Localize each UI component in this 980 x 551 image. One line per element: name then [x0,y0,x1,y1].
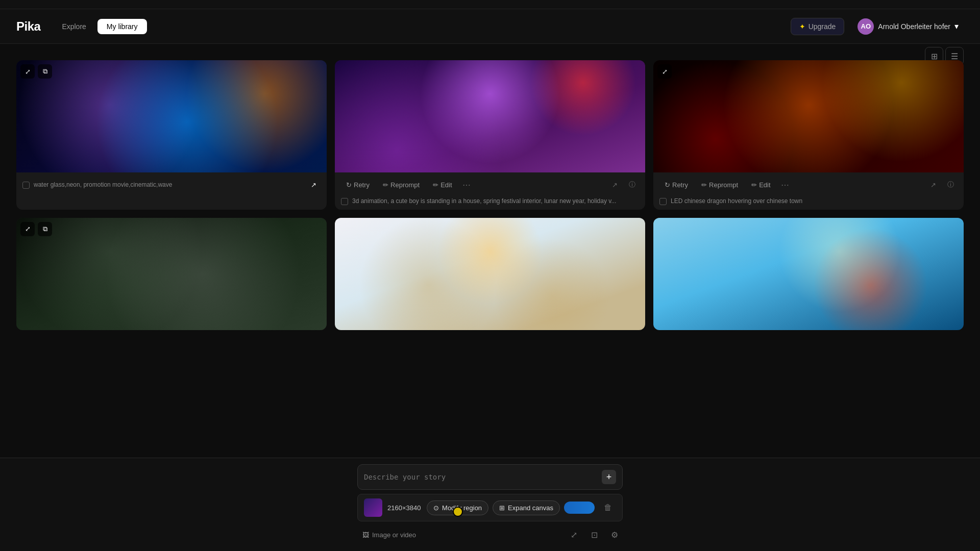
crop-tool-button[interactable]: ⊡ [586,527,602,543]
header-right: ✦ Upgrade AO Arnold Oberleiter hofer ▾ [791,15,964,38]
modify-region-icon: ⊙ [433,504,439,512]
video-card-3: ⤢ ↻ Retry ✏ Reprompt ✏ Edit ⋯ ↗ ⓘ [653,60,964,210]
app-logo: Pika [16,19,40,34]
video-thumbnail-6 [653,218,964,330]
retry-button-3[interactable]: ↻ Retry [659,179,693,191]
blue-pill-indicator [564,502,595,514]
cursor-indicator [453,507,463,517]
card-description-3: LED chinese dragon hovering over chinese… [653,197,964,210]
video-card-6 [653,218,964,330]
left-tools: 🖼 Image or video [357,529,421,541]
card-actions-3: ↻ Retry ✏ Reprompt ✏ Edit ⋯ ↗ ⓘ [653,172,964,197]
share-button-2[interactable]: ↗ [607,178,622,192]
retry-label-3: Retry [672,181,688,189]
main-content: ⤢ ⧉ water glass,neon, promotion movie,ci… [0,44,980,330]
card-description-simple: water glass,neon, promotion movie,cinema… [22,181,172,189]
header-left: Pika Explore My library [16,19,147,34]
bottom-tools: 🖼 Image or video ⤢ ⊡ ⚙ [357,527,623,543]
edit-button-2[interactable]: ✏ Edit [428,179,457,191]
info-button-3[interactable]: ⓘ [943,178,958,192]
more-button-2[interactable]: ⋯ [460,179,473,191]
thumbnail-decoration-5 [335,218,645,330]
reprompt-button-3[interactable]: ✏ Reprompt [696,179,743,191]
image-or-video-button[interactable]: 🖼 Image or video [357,529,421,541]
star-icon: ✦ [799,22,805,31]
prompt-area: + 2160×3840 ⊙ Modify region ⊞ Expand can… [357,464,623,543]
share-button-1[interactable]: ↗ [306,178,321,192]
user-name: Arnold Oberleiter hofer [878,22,950,31]
video-thumbnail-1 [16,60,327,172]
image-attachment: 2160×3840 ⊙ Modify region ⊞ Expand canva… [357,494,623,521]
prompt-input-row: + [357,464,623,490]
upgrade-button[interactable]: ✦ Upgrade [791,18,845,35]
expand-overlay-button[interactable]: ⤢ [20,64,35,79]
video-thumbnail-3 [653,60,964,172]
expand-canvas-button[interactable]: ⊞ Expand canvas [493,500,560,515]
video-card-5 [335,218,645,330]
attachment-actions: ⊙ Modify region ⊞ Expand canvas [427,500,595,515]
expand-canvas-label: Expand canvas [508,504,553,512]
retry-icon: ↻ [346,181,352,189]
right-tools: ⤢ ⊡ ⚙ [566,527,623,543]
settings-tool-button[interactable]: ⚙ [606,527,623,543]
explore-tab[interactable]: Explore [53,19,95,34]
retry-button-2[interactable]: ↻ Retry [341,179,375,191]
avatar: AO [857,18,874,35]
modify-region-button[interactable]: ⊙ Modify region [427,500,488,515]
expand-tool-button[interactable]: ⤢ [566,527,582,543]
thumbnail-decoration-3 [653,60,964,172]
topbar [0,0,980,9]
video-card: ⤢ ⧉ water glass,neon, promotion movie,ci… [16,60,327,210]
image-or-video-label: Image or video [372,531,416,539]
add-button[interactable]: + [602,470,616,484]
edit-icon: ✏ [433,181,438,189]
upgrade-label: Upgrade [808,22,836,31]
user-menu[interactable]: AO Arnold Oberleiter hofer ▾ [852,15,964,38]
card-expand-icon-3: ⤢ [657,64,672,79]
prompt-input[interactable] [364,473,598,481]
delete-attachment-button[interactable]: 🗑 [600,499,616,516]
expand-canvas-icon: ⊞ [499,504,505,512]
video-card-4: ⤢ ⧉ [16,218,327,330]
bottom-bar: + 2160×3840 ⊙ Modify region ⊞ Expand can… [0,458,980,551]
info-button-2[interactable]: ⓘ [625,178,639,192]
expand-overlay-button-4[interactable]: ⤢ [20,222,35,236]
thumbnail-decoration [16,60,327,172]
edit-label: Edit [440,181,452,189]
copy-overlay-button[interactable]: ⧉ [38,64,52,79]
thumbnail-decoration-6 [653,218,964,330]
video-thumbnail-4 [16,218,327,330]
reprompt-label-3: Reprompt [709,181,738,189]
video-grid: ⤢ ⧉ water glass,neon, promotion movie,ci… [16,60,964,330]
video-thumbnail-2 [335,60,645,172]
card-overlay-4: ⤢ ⧉ [20,222,52,236]
video-description-1: water glass,neon, promotion movie,cinema… [34,181,172,189]
more-button-3[interactable]: ⋯ [779,179,791,191]
reprompt-icon: ✏ [383,181,388,189]
reprompt-label: Reprompt [390,181,420,189]
desc-icon [22,182,30,189]
edit-icon-3: ✏ [751,181,757,189]
video-thumbnail-5 [335,218,645,330]
card-actions-2: ↻ Retry ✏ Reprompt ✏ Edit ⋯ ↗ ⓘ [335,172,645,197]
share-button-3[interactable]: ↗ [926,178,940,192]
video-description-text-3: LED chinese dragon hovering over chinese… [671,197,802,206]
copy-overlay-button-4[interactable]: ⧉ [38,222,52,236]
card-description-2: 3d animation, a cute boy is standing in … [335,197,645,210]
thumbnail-decoration-2 [335,60,645,172]
thumbnail-decoration-4 [16,218,327,330]
video-card-2: ↻ Retry ✏ Reprompt ✏ Edit ⋯ ↗ ⓘ 3d anima… [335,60,645,210]
edit-label-3: Edit [759,181,770,189]
attachment-size: 2160×3840 [387,504,421,512]
desc-icon-2 [341,198,348,205]
reprompt-button-2[interactable]: ✏ Reprompt [378,179,425,191]
attachment-info: 2160×3840 [387,503,422,512]
my-library-tab[interactable]: My library [97,19,147,34]
retry-icon-3: ↻ [665,181,670,189]
edit-button-3[interactable]: ✏ Edit [746,179,775,191]
expand-button-3[interactable]: ⤢ [657,64,672,79]
nav-tabs: Explore My library [53,19,146,34]
video-description-text-2: 3d animation, a cute boy is standing in … [352,197,616,206]
attachment-thumbnail [364,498,382,517]
reprompt-icon-3: ✏ [701,181,707,189]
